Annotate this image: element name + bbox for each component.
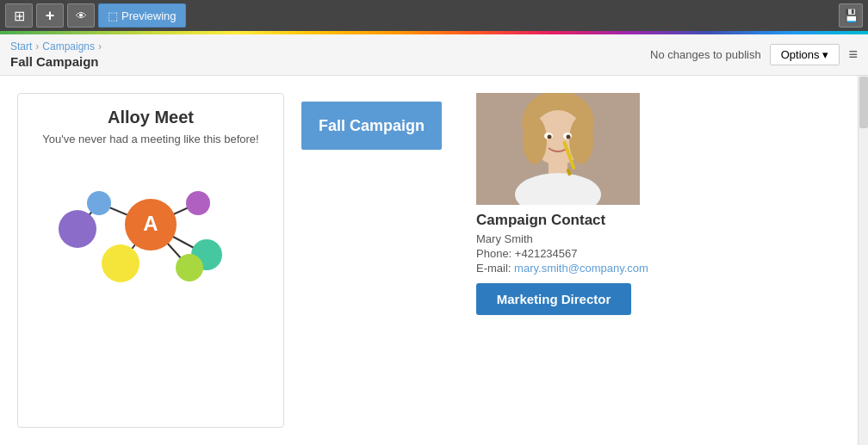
breadcrumb: Start › Campaigns › Fall Campaign bbox=[10, 40, 102, 69]
svg-point-7 bbox=[87, 191, 111, 215]
options-label: Options bbox=[781, 48, 820, 61]
list-icon: ≡ bbox=[848, 46, 858, 63]
breadcrumb-trail: Start › Campaigns › bbox=[10, 40, 102, 53]
toolbar: ⊞ + 👁 ⬚ Previewing 💾 bbox=[0, 0, 868, 31]
header-right: No changes to publish Options ▾ ≡ bbox=[650, 44, 858, 65]
contact-email: E-mail: mary.smith@company.com bbox=[476, 262, 648, 275]
email-link[interactable]: mary.smith@company.com bbox=[514, 262, 648, 275]
contact-name: Mary Smith bbox=[476, 232, 648, 245]
contact-photo-svg bbox=[476, 93, 640, 205]
alloy-meet-title: Alloy Meet bbox=[108, 108, 194, 127]
grid-icon: ⊞ bbox=[14, 8, 25, 24]
chevron-down-icon: ▾ bbox=[822, 48, 828, 61]
page-header: Start › Campaigns › Fall Campaign No cha… bbox=[0, 34, 868, 76]
alloy-diagram: A bbox=[47, 156, 254, 294]
add-button[interactable]: + bbox=[36, 3, 64, 28]
svg-point-9 bbox=[102, 244, 140, 282]
campaign-contact: Campaign Contact Mary Smith Phone: +4212… bbox=[476, 93, 648, 428]
svg-point-22 bbox=[548, 135, 552, 139]
alloy-meet-subtitle: You've never had a meeting like this bef… bbox=[42, 133, 258, 145]
grid-button[interactable]: ⊞ bbox=[5, 3, 33, 28]
eye-button[interactable]: 👁 bbox=[67, 3, 95, 28]
svg-point-19 bbox=[569, 116, 593, 164]
phone-value: +421234567 bbox=[515, 247, 578, 260]
preview-label: Previewing bbox=[121, 9, 177, 22]
page-title: Fall Campaign bbox=[10, 54, 102, 69]
eye-icon: 👁 bbox=[76, 9, 87, 22]
marketing-director-button[interactable]: Marketing Director bbox=[476, 283, 631, 315]
no-changes-status: No changes to publish bbox=[650, 48, 761, 61]
contact-phone: Phone: +421234567 bbox=[476, 247, 648, 260]
svg-point-23 bbox=[567, 135, 571, 139]
contact-photo bbox=[476, 93, 640, 205]
main-content: Alloy Meet You've never had a meeting li… bbox=[0, 76, 868, 445]
svg-point-10 bbox=[186, 191, 210, 215]
save-button[interactable]: 💾 bbox=[839, 3, 863, 28]
breadcrumb-start[interactable]: Start bbox=[10, 40, 32, 53]
alloy-meet-card: Alloy Meet You've never had a meeting li… bbox=[17, 93, 284, 428]
email-label: E-mail: bbox=[476, 262, 511, 275]
svg-point-12 bbox=[176, 254, 203, 281]
contact-heading: Campaign Contact bbox=[476, 212, 648, 229]
list-view-button[interactable]: ≡ bbox=[848, 46, 858, 64]
svg-text:A: A bbox=[143, 212, 158, 235]
plus-icon: + bbox=[46, 7, 55, 25]
preview-icon: ⬚ bbox=[108, 9, 118, 22]
breadcrumb-campaigns[interactable]: Campaigns bbox=[42, 40, 95, 53]
save-icon: 💾 bbox=[844, 9, 859, 22]
phone-label: Phone: bbox=[476, 247, 512, 260]
svg-point-18 bbox=[523, 116, 547, 164]
fall-campaign-button[interactable]: Fall Campaign bbox=[301, 102, 442, 150]
options-button[interactable]: Options ▾ bbox=[770, 44, 840, 65]
right-scrollbar[interactable] bbox=[858, 76, 868, 445]
breadcrumb-sep-1: › bbox=[35, 40, 39, 53]
breadcrumb-sep-2: › bbox=[98, 40, 102, 53]
scrollbar-thumb[interactable] bbox=[859, 77, 868, 128]
svg-point-6 bbox=[59, 210, 96, 248]
preview-button[interactable]: ⬚ Previewing bbox=[98, 3, 186, 28]
